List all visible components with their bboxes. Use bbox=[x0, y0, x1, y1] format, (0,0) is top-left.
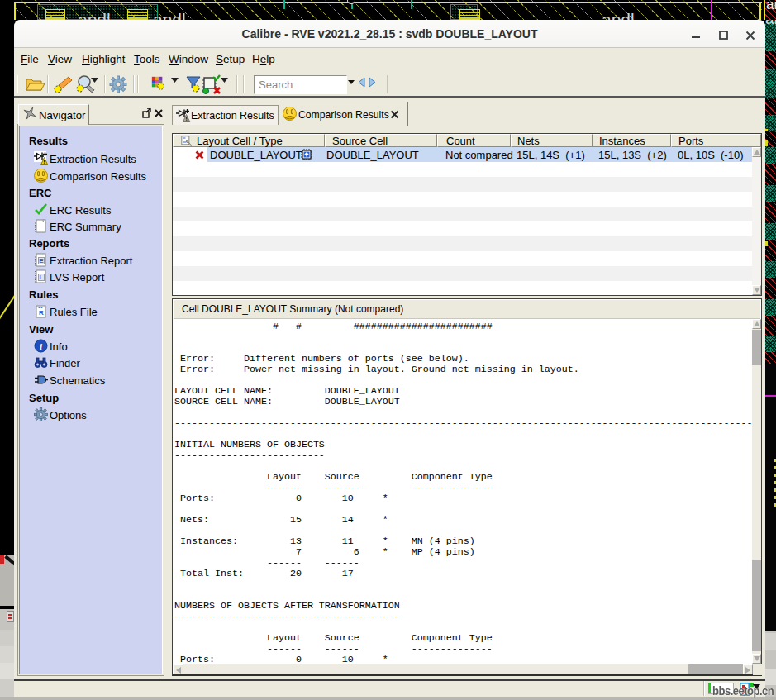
svg-text:R: R bbox=[39, 309, 44, 317]
svg-text:E: E bbox=[39, 257, 44, 264]
svg-text:L: L bbox=[40, 274, 44, 281]
